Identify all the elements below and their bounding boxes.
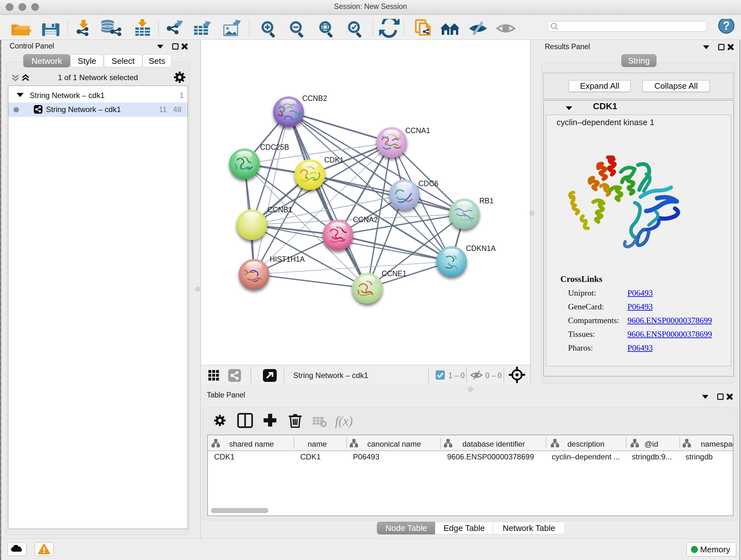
svg-text:CDK1: CDK1	[324, 156, 344, 164]
svg-text:RB1: RB1	[479, 197, 494, 205]
svg-text:CDC6: CDC6	[418, 179, 439, 188]
svg-text:CCNA2: CCNA2	[353, 215, 378, 224]
svg-text:stringdb: stringdb	[685, 452, 713, 461]
svg-text:@id: @id	[644, 440, 658, 448]
svg-text:stringdb:9...: stringdb:9...	[632, 452, 672, 461]
svg-text:String Network – cdk1: String Network – cdk1	[293, 371, 368, 380]
svg-text:description: description	[567, 440, 604, 448]
svg-text:CDK1: CDK1	[300, 452, 321, 461]
svg-text:CDC25B: CDC25B	[260, 143, 289, 151]
svg-text:canonical name: canonical name	[367, 440, 421, 448]
svg-text:0 – 0: 0 – 0	[485, 371, 502, 380]
svg-text:namespac: namespac	[701, 440, 733, 448]
svg-text:name: name	[308, 440, 327, 448]
svg-text:f(x): f(x)	[335, 414, 353, 428]
svg-text:CCNB2: CCNB2	[302, 94, 327, 103]
svg-text:CDK1: CDK1	[214, 452, 234, 461]
svg-text:CCNE1: CCNE1	[382, 269, 407, 278]
svg-text:database identifier: database identifier	[462, 440, 525, 448]
svg-text:?: ?	[723, 19, 730, 32]
svg-text:CDKN1A: CDKN1A	[466, 244, 496, 253]
svg-text:CCNB1: CCNB1	[267, 206, 292, 214]
svg-text:P06493: P06493	[353, 452, 380, 461]
svg-text:HIST1H1A: HIST1H1A	[270, 255, 305, 263]
svg-text:9606.ENSP00000378699: 9606.ENSP00000378699	[447, 452, 534, 461]
svg-text:CCNA1: CCNA1	[405, 126, 430, 135]
svg-text:cyclin–dependent ...: cyclin–dependent ...	[552, 452, 620, 461]
svg-text:shared name: shared name	[229, 440, 274, 448]
svg-text:1 – 0: 1 – 0	[448, 371, 465, 380]
